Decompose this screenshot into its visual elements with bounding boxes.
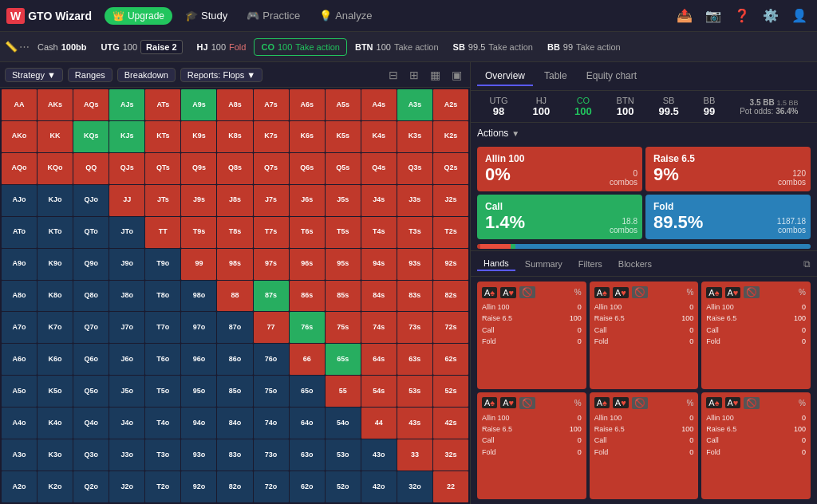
cell-A6s[interactable]: A6s <box>290 89 325 120</box>
cell-J6s[interactable]: J6s <box>290 185 325 216</box>
cell-T8o[interactable]: T8o <box>145 281 180 312</box>
cell-82s[interactable]: 82s <box>433 281 468 312</box>
hand-card-2[interactable]: A♠A♥🚫%Allin 1000Raise 6.5100Call0Fold0 <box>701 282 811 389</box>
cell-T7o[interactable]: T7o <box>145 312 180 343</box>
tab-cash[interactable]: Cash 100bb <box>31 39 93 55</box>
copy-icon[interactable]: ⧉ <box>803 258 811 270</box>
grid-icon-4[interactable]: ▣ <box>448 67 465 83</box>
cell-T3o[interactable]: T3o <box>145 439 180 471</box>
cell-A4s[interactable]: A4s <box>361 89 397 120</box>
cell-K2o[interactable]: K2o <box>37 471 73 502</box>
cell-KTs[interactable]: KTs <box>145 121 180 152</box>
hand-card-0[interactable]: A♠A♥🚫%Allin 1000Raise 6.5100Call0Fold0 <box>477 282 586 389</box>
cell-JJ[interactable]: JJ <box>109 185 144 216</box>
cell-43o[interactable]: 43o <box>361 439 397 471</box>
cell-72o[interactable]: 72o <box>254 471 289 502</box>
bottom-tab-blockers[interactable]: Blockers <box>612 258 658 270</box>
cell-Q6o[interactable]: Q6o <box>73 344 109 375</box>
cell-J9o[interactable]: J9o <box>109 249 144 280</box>
tab-btn[interactable]: BTN 100 Take action <box>349 39 445 55</box>
cell-K6s[interactable]: K6s <box>290 121 325 152</box>
hand-card-3[interactable]: A♠A♥🚫%Allin 1000Raise 6.5100Call0Fold0 <box>477 392 586 500</box>
cell-42o[interactable]: 42o <box>361 471 397 502</box>
cell-J3s[interactable]: J3s <box>397 185 432 216</box>
cell-Q2s[interactable]: Q2s <box>433 153 468 184</box>
action-allin[interactable]: Allin 100 0% 0combos <box>477 147 642 191</box>
cell-AQo[interactable]: AQo <box>2 153 37 184</box>
cell-54s[interactable]: 54s <box>361 376 397 407</box>
cell-85o[interactable]: 85o <box>217 376 252 407</box>
action-fold[interactable]: Fold 89.5% 1187.18combos <box>645 195 811 239</box>
cell-J3o[interactable]: J3o <box>109 439 144 471</box>
cell-32o[interactable]: 32o <box>397 471 432 502</box>
cell-T6s[interactable]: T6s <box>290 217 325 248</box>
cell-54o[interactable]: 54o <box>326 408 361 439</box>
strategy-button[interactable]: Strategy ▼ <box>5 68 63 82</box>
cell-J8s[interactable]: J8s <box>217 185 252 216</box>
cell-83o[interactable]: 83o <box>217 439 252 471</box>
cell-96s[interactable]: 96s <box>290 249 325 280</box>
cell-QTo[interactable]: QTo <box>73 217 109 248</box>
cell-K4s[interactable]: K4s <box>361 121 397 152</box>
cell-43s[interactable]: 43s <box>397 408 432 439</box>
cell-K8s[interactable]: K8s <box>217 121 252 152</box>
cell-AKs[interactable]: AKs <box>37 89 73 120</box>
action-call[interactable]: Call 1.4% 18.8combos <box>477 195 642 239</box>
cell-T5s[interactable]: T5s <box>326 217 361 248</box>
cell-KK[interactable]: KK <box>37 121 73 152</box>
settings-button[interactable]: ⚙️ <box>760 5 782 26</box>
cell-98s[interactable]: 98s <box>217 249 252 280</box>
cell-TT[interactable]: TT <box>145 217 180 248</box>
cell-87o[interactable]: 87o <box>217 312 252 343</box>
cell-92s[interactable]: 92s <box>433 249 468 280</box>
cell-A7o[interactable]: A7o <box>2 312 37 343</box>
cell-52s[interactable]: 52s <box>433 376 468 407</box>
cell-64s[interactable]: 64s <box>361 344 397 375</box>
cell-J7s[interactable]: J7s <box>254 185 289 216</box>
breakdown-button[interactable]: Breakdown <box>117 68 176 82</box>
cell-K5s[interactable]: K5s <box>326 121 361 152</box>
cell-T4o[interactable]: T4o <box>145 408 180 439</box>
cell-K3o[interactable]: K3o <box>37 439 73 471</box>
cell-T2s[interactable]: T2s <box>433 217 468 248</box>
cell-76s[interactable]: 76s <box>290 312 325 343</box>
cell-K2s[interactable]: K2s <box>433 121 468 152</box>
cell-T9o[interactable]: T9o <box>145 249 180 280</box>
cell-77[interactable]: 77 <box>254 312 289 343</box>
cell-J8o[interactable]: J8o <box>109 281 144 312</box>
cell-94s[interactable]: 94s <box>361 249 397 280</box>
cell-A9s[interactable]: A9s <box>181 89 216 120</box>
cell-75s[interactable]: 75s <box>326 312 361 343</box>
cell-A8o[interactable]: A8o <box>2 281 37 312</box>
cell-66[interactable]: 66 <box>290 344 325 375</box>
cell-K3s[interactable]: K3s <box>397 121 432 152</box>
bottom-tab-summary[interactable]: Summary <box>519 258 569 270</box>
cell-A8s[interactable]: A8s <box>217 89 252 120</box>
cell-J6o[interactable]: J6o <box>109 344 144 375</box>
cell-A5o[interactable]: A5o <box>2 376 37 407</box>
cell-Q4s[interactable]: Q4s <box>361 153 397 184</box>
action-raise[interactable]: Raise 6.5 9% 120combos <box>645 147 811 191</box>
cell-73s[interactable]: 73s <box>397 312 432 343</box>
cell-K6o[interactable]: K6o <box>37 344 73 375</box>
cell-Q9s[interactable]: Q9s <box>181 153 216 184</box>
cell-94o[interactable]: 94o <box>181 408 216 439</box>
cell-93o[interactable]: 93o <box>181 439 216 471</box>
cell-J5o[interactable]: J5o <box>109 376 144 407</box>
cell-KTo[interactable]: KTo <box>37 217 73 248</box>
cell-J5s[interactable]: J5s <box>326 185 361 216</box>
cell-83s[interactable]: 83s <box>397 281 432 312</box>
cell-T5o[interactable]: T5o <box>145 376 180 407</box>
cell-97s[interactable]: 97s <box>254 249 289 280</box>
cell-22[interactable]: 22 <box>433 471 468 502</box>
cell-A2s[interactable]: A2s <box>433 89 468 120</box>
cell-Q4o[interactable]: Q4o <box>73 408 109 439</box>
cell-QJs[interactable]: QJs <box>109 153 144 184</box>
cell-99[interactable]: 99 <box>181 249 216 280</box>
cell-K7o[interactable]: K7o <box>37 312 73 343</box>
cell-62s[interactable]: 62s <box>433 344 468 375</box>
tab-hj[interactable]: HJ 100 Fold <box>191 39 253 55</box>
cell-86o[interactable]: 86o <box>217 344 252 375</box>
nav-practice[interactable]: 🎮 Practice <box>240 6 306 25</box>
cell-J2s[interactable]: J2s <box>433 185 468 216</box>
